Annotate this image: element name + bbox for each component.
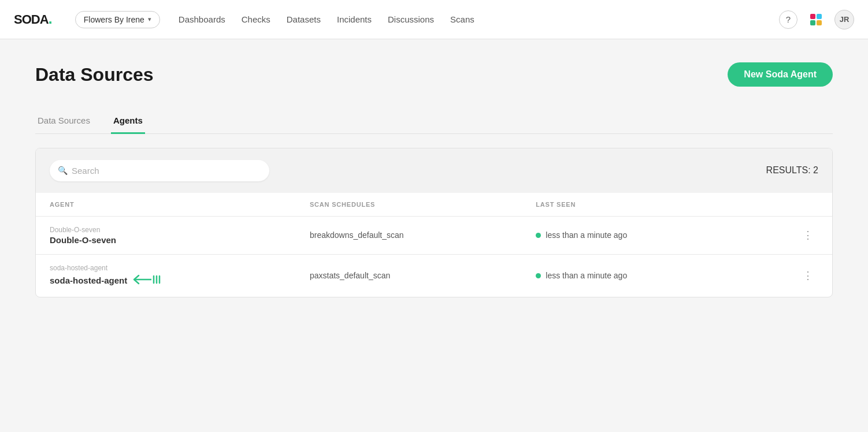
svg-rect-0 — [810, 14, 815, 19]
scan-schedule: breakdowns_default_scan — [310, 230, 404, 240]
results-count: 2 — [813, 165, 818, 175]
agent-sub-name: soda-hosted-agent — [50, 264, 282, 272]
last-seen-text: less than a minute ago — [546, 230, 627, 240]
search-input[interactable] — [50, 160, 269, 181]
agent-cell: soda-hosted-agent soda-hosted-agent — [36, 254, 296, 297]
org-name: Flowers By Irene — [84, 15, 144, 24]
page-header: Data Sources New Soda Agent — [35, 62, 833, 87]
col-agent: AGENT — [36, 193, 296, 217]
last-seen-text: less than a minute ago — [546, 271, 627, 280]
scan-schedule-cell: breakdowns_default_scan — [296, 216, 522, 254]
logo-text: SODA. — [14, 12, 52, 27]
nav-link-discussions[interactable]: Discussions — [388, 14, 434, 24]
col-actions — [743, 193, 832, 217]
avatar[interactable]: JR — [834, 10, 854, 29]
agent-main-name: soda-hosted-agent — [50, 273, 282, 288]
slack-button[interactable] — [807, 10, 825, 29]
row-menu-button[interactable]: ⋮ — [798, 226, 818, 244]
org-selector[interactable]: Flowers By Irene ▾ — [75, 11, 160, 28]
svg-rect-2 — [810, 20, 815, 25]
agent-sub-name: Double-O-seven — [50, 226, 282, 234]
nav-link-incidents[interactable]: Incidents — [337, 14, 372, 24]
row-actions-cell: ⋮ — [743, 216, 832, 254]
agent-cell: Double-O-seven Double-O-seven — [36, 216, 296, 254]
table-header: AGENT SCAN SCHEDULES LAST SEEN — [36, 193, 832, 217]
nav-links: Dashboards Checks Datasets Incidents Dis… — [179, 14, 761, 24]
hosted-agent-icon — [132, 273, 162, 288]
slack-icon — [809, 13, 823, 27]
search-icon: 🔍 — [58, 166, 68, 175]
svg-rect-1 — [817, 14, 822, 19]
search-bar: 🔍 RESULTS: 2 — [36, 148, 832, 193]
last-seen-container: less than a minute ago — [536, 271, 729, 280]
logo: SODA. — [14, 12, 52, 27]
tab-agents[interactable]: Agents — [111, 110, 145, 134]
status-online-dot — [536, 273, 541, 278]
page-title: Data Sources — [35, 64, 154, 85]
avatar-initials: JR — [840, 15, 850, 24]
agents-panel: 🔍 RESULTS: 2 AGENT SCAN SCHEDULES LAST S… — [35, 148, 833, 297]
table-body: Double-O-seven Double-O-seven breakdowns… — [36, 216, 832, 297]
nav-link-scans[interactable]: Scans — [450, 14, 474, 24]
tab-data-sources[interactable]: Data Sources — [35, 110, 92, 134]
chevron-down-icon: ▾ — [148, 16, 151, 23]
logo-dot: . — [49, 10, 52, 27]
nav-right: ? JR — [779, 10, 854, 29]
help-button[interactable]: ? — [779, 10, 797, 29]
main-content: Data Sources New Soda Agent Data Sources… — [12, 39, 856, 321]
col-scan-schedules: SCAN SCHEDULES — [296, 193, 522, 217]
last-seen-cell: less than a minute ago — [522, 254, 743, 297]
scan-schedule: paxstats_default_scan — [310, 271, 390, 280]
nav-link-checks[interactable]: Checks — [242, 14, 270, 24]
help-icon: ? — [786, 14, 791, 24]
row-menu-button[interactable]: ⋮ — [798, 267, 818, 284]
search-input-wrap: 🔍 — [50, 160, 269, 181]
status-online-dot — [536, 233, 541, 238]
svg-rect-3 — [817, 20, 822, 25]
tabs: Data Sources Agents — [35, 110, 833, 134]
col-last-seen: LAST SEEN — [522, 193, 743, 217]
new-soda-agent-button[interactable]: New Soda Agent — [728, 62, 833, 87]
nav-link-dashboards[interactable]: Dashboards — [179, 14, 225, 24]
table-row: Double-O-seven Double-O-seven breakdowns… — [36, 216, 832, 254]
agent-main-name: Double-O-seven — [50, 235, 282, 245]
results-label: RESULTS: — [766, 165, 811, 175]
last-seen-cell: less than a minute ago — [522, 216, 743, 254]
results-info: RESULTS: 2 — [766, 165, 818, 176]
table-row: soda-hosted-agent soda-hosted-agent — [36, 254, 832, 297]
row-actions-cell: ⋮ — [743, 254, 832, 297]
agents-table: AGENT SCAN SCHEDULES LAST SEEN Double-O-… — [36, 193, 832, 297]
scan-schedule-cell: paxstats_default_scan — [296, 254, 522, 297]
navbar: SODA. Flowers By Irene ▾ Dashboards Chec… — [0, 0, 868, 39]
nav-link-datasets[interactable]: Datasets — [287, 14, 321, 24]
last-seen-container: less than a minute ago — [536, 230, 729, 240]
